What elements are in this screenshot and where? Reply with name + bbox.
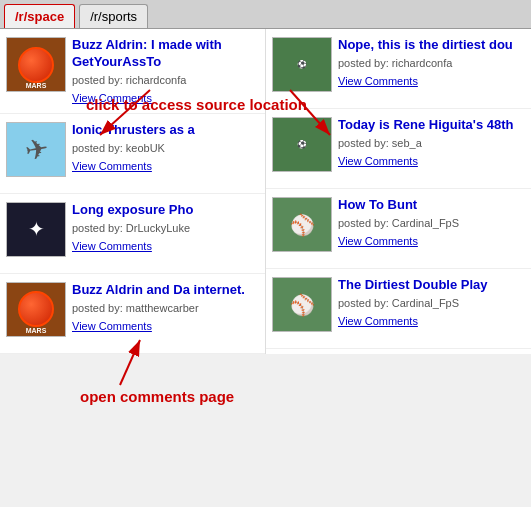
view-comments-link[interactable]: View Comments — [72, 160, 152, 172]
post-thumbnail: ⚾ — [272, 197, 332, 252]
post-info: Buzz Aldrin: I made with GetYourAssTo po… — [72, 37, 259, 105]
space-icon: ✦ — [28, 217, 45, 241]
post-title[interactable]: How To Bunt — [338, 197, 525, 214]
soccer-icon: ⚽ — [297, 140, 307, 149]
post-meta: posted by: DrLuckyLuke — [72, 222, 259, 234]
list-item: MARS Buzz Aldrin and Da internet. posted… — [0, 274, 265, 354]
post-thumbnail: ⚽ — [272, 117, 332, 172]
view-comments-link[interactable]: View Comments — [338, 75, 418, 87]
view-comments-link[interactable]: View Comments — [338, 155, 418, 167]
tab-sports[interactable]: /r/sports — [79, 4, 148, 28]
tab-space[interactable]: /r/space — [4, 4, 75, 28]
list-item: ⚾ How To Bunt posted by: Cardinal_FpS Vi… — [266, 189, 531, 269]
post-title[interactable]: Buzz Aldrin: I made with GetYourAssTo — [72, 37, 259, 71]
post-thumbnail: ✈ — [6, 122, 66, 177]
view-comments-link[interactable]: View Comments — [338, 315, 418, 327]
post-title[interactable]: Buzz Aldrin and Da internet. — [72, 282, 259, 299]
right-column: ⚽ Nope, this is the dirtiest dou posted … — [266, 29, 531, 354]
post-thumbnail: ⚾ — [272, 277, 332, 332]
post-info: How To Bunt posted by: Cardinal_FpS View… — [338, 197, 525, 248]
post-meta: posted by: richardconfa — [72, 74, 259, 86]
list-item: ⚾ The Dirtiest Double Play posted by: Ca… — [266, 269, 531, 349]
post-meta: posted by: Cardinal_FpS — [338, 297, 525, 309]
post-info: The Dirtiest Double Play posted by: Card… — [338, 277, 525, 328]
post-info: Ionic Thrusters as a posted by: keobUK V… — [72, 122, 259, 173]
post-thumbnail: MARS — [6, 37, 66, 92]
list-item: ✦ Long exposure Pho posted by: DrLuckyLu… — [0, 194, 265, 274]
post-title[interactable]: Long exposure Pho — [72, 202, 259, 219]
post-meta: posted by: richardconfa — [338, 57, 525, 69]
view-comments-link[interactable]: View Comments — [72, 92, 152, 104]
post-meta: posted by: matthewcarber — [72, 302, 259, 314]
post-meta: posted by: seb_a — [338, 137, 525, 149]
post-info: Today is Rene Higuita's 48th posted by: … — [338, 117, 525, 168]
list-item: ✈ Ionic Thrusters as a posted by: keobUK… — [0, 114, 265, 194]
baseball-icon: ⚾ — [290, 213, 315, 237]
view-comments-link[interactable]: View Comments — [338, 235, 418, 247]
list-item: ⚽ Today is Rene Higuita's 48th posted by… — [266, 109, 531, 189]
post-info: Buzz Aldrin and Da internet. posted by: … — [72, 282, 259, 333]
plane-icon: ✈ — [22, 131, 50, 167]
post-title[interactable]: Today is Rene Higuita's 48th — [338, 117, 525, 134]
soccer-icon: ⚽ — [297, 60, 307, 69]
main-columns: MARS Buzz Aldrin: I made with GetYourAss… — [0, 29, 531, 354]
list-item: ⚽ Nope, this is the dirtiest dou posted … — [266, 29, 531, 109]
post-meta: posted by: Cardinal_FpS — [338, 217, 525, 229]
tab-bar: /r/space /r/sports — [0, 0, 531, 29]
baseball-icon: ⚾ — [290, 293, 315, 317]
post-thumbnail: MARS — [6, 282, 66, 337]
post-title[interactable]: Nope, this is the dirtiest dou — [338, 37, 525, 54]
app-container: /r/space /r/sports MARS Buzz Aldrin: I m… — [0, 0, 531, 354]
comments-annotation: open comments page — [80, 388, 234, 405]
view-comments-link[interactable]: View Comments — [72, 240, 152, 252]
post-title[interactable]: The Dirtiest Double Play — [338, 277, 525, 294]
left-column: MARS Buzz Aldrin: I made with GetYourAss… — [0, 29, 266, 354]
post-title[interactable]: Ionic Thrusters as a — [72, 122, 259, 139]
post-thumbnail: ⚽ — [272, 37, 332, 92]
post-info: Long exposure Pho posted by: DrLuckyLuke… — [72, 202, 259, 253]
list-item: MARS Buzz Aldrin: I made with GetYourAss… — [0, 29, 265, 114]
view-comments-link[interactable]: View Comments — [72, 320, 152, 332]
post-thumbnail: ✦ — [6, 202, 66, 257]
post-meta: posted by: keobUK — [72, 142, 259, 154]
post-info: Nope, this is the dirtiest dou posted by… — [338, 37, 525, 88]
